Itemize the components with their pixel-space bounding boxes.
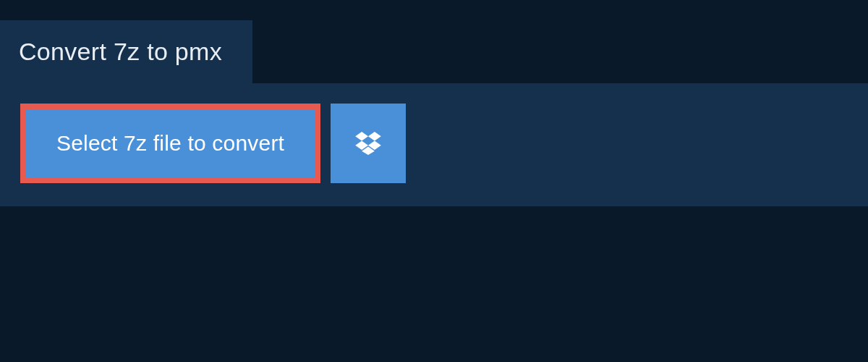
page-title: Convert 7z to pmx (19, 38, 222, 66)
button-row: Select 7z file to convert (20, 104, 848, 183)
tab-header: Convert 7z to pmx (0, 20, 252, 83)
select-file-label: Select 7z file to convert (56, 131, 284, 156)
select-file-button[interactable]: Select 7z file to convert (20, 104, 320, 183)
dropbox-icon (355, 132, 381, 155)
content-panel: Select 7z file to convert (0, 83, 868, 206)
dropbox-button[interactable] (331, 104, 406, 183)
